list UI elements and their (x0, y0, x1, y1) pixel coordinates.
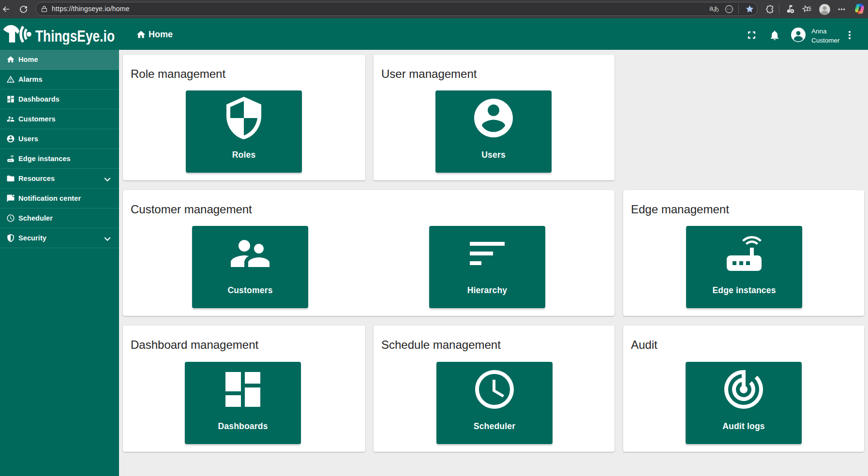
svg-text:ThingsEye.io: ThingsEye.io (35, 27, 115, 45)
